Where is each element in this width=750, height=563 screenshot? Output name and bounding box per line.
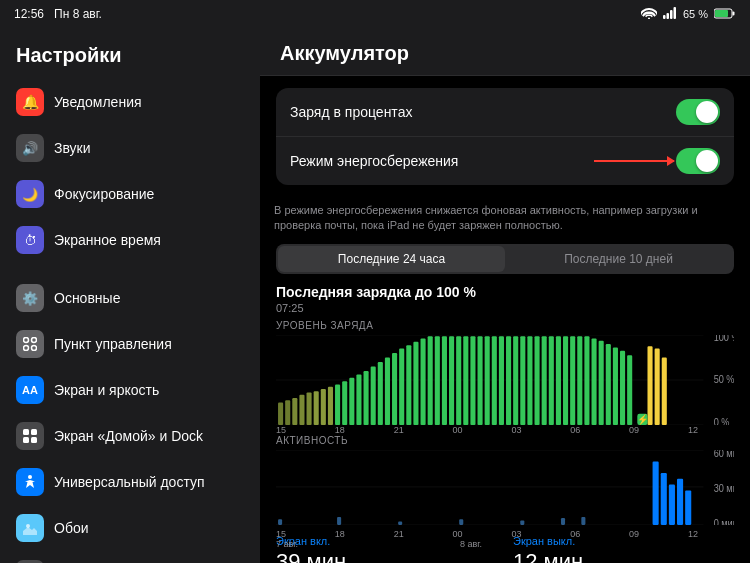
battery-settings-block: Заряд в процентах Режим энергосбережения xyxy=(276,88,734,185)
svg-rect-60 xyxy=(513,336,518,425)
wifi-icon xyxy=(641,7,657,21)
battery-level-section: Последняя зарядка до 100 % 07:25 УРОВЕНЬ… xyxy=(276,284,734,425)
svg-rect-53 xyxy=(463,336,468,425)
svg-rect-11 xyxy=(23,429,29,435)
svg-rect-74 xyxy=(613,347,618,425)
home-screen-icon xyxy=(16,422,44,450)
svg-rect-48 xyxy=(428,336,433,425)
svg-rect-76 xyxy=(627,355,632,425)
sidebar-item-siri[interactable]: S Siri и Поиск xyxy=(4,551,256,563)
svg-rect-56 xyxy=(485,336,490,425)
svg-rect-51 xyxy=(449,336,454,425)
battery-percent-label: Заряд в процентах xyxy=(290,104,412,120)
svg-text:60 мин: 60 мин xyxy=(714,450,734,459)
chart-tabs: Последние 24 часа Последние 10 дней xyxy=(276,244,734,274)
status-time-date: 12:56 Пн 8 авг. xyxy=(14,7,102,21)
signal-icon xyxy=(663,7,677,21)
svg-rect-78 xyxy=(655,348,660,425)
sidebar-item-screen-time[interactable]: ⏱ Экранное время xyxy=(4,217,256,263)
svg-rect-3 xyxy=(673,7,676,19)
sidebar-item-display[interactable]: AA Экран и яркость xyxy=(4,367,256,413)
accessibility-icon xyxy=(16,468,44,496)
svg-rect-95 xyxy=(653,461,659,524)
activity-date-labels: 7 авг. 8 авг. xyxy=(276,539,698,549)
svg-rect-59 xyxy=(506,336,511,425)
svg-rect-89 xyxy=(337,517,341,525)
svg-rect-64 xyxy=(542,336,547,425)
sidebar-item-general[interactable]: ⚙️ Основные xyxy=(4,275,256,321)
svg-rect-92 xyxy=(520,520,524,525)
battery-chart-svg: ⚡ 100 % 50 % 0 % xyxy=(276,335,734,425)
svg-rect-99 xyxy=(685,490,691,525)
toggle-knob xyxy=(696,101,718,123)
svg-rect-31 xyxy=(307,392,312,425)
sidebar-item-sounds[interactable]: 🔊 Звуки xyxy=(4,125,256,171)
svg-rect-63 xyxy=(535,336,540,425)
content-title: Аккумулятор xyxy=(260,28,750,76)
activity-section: АКТИВНОСТЬ xyxy=(276,435,734,525)
svg-rect-34 xyxy=(328,387,333,425)
focus-icon: 🌙 xyxy=(16,180,44,208)
svg-rect-33 xyxy=(321,389,326,425)
svg-rect-94 xyxy=(581,517,585,525)
svg-rect-79 xyxy=(662,357,667,425)
sidebar-item-focus[interactable]: 🌙 Фокусирование xyxy=(4,171,256,217)
sidebar-item-control-center[interactable]: Пункт управления xyxy=(4,321,256,367)
sidebar-title: Настройки xyxy=(0,36,260,79)
svg-point-8 xyxy=(32,338,37,343)
svg-rect-40 xyxy=(371,366,376,425)
low-power-description: В режиме энергосбережения снижается фоно… xyxy=(260,197,750,244)
low-power-row: Режим энергосбережения xyxy=(276,137,734,185)
svg-rect-30 xyxy=(299,394,304,424)
svg-rect-35 xyxy=(335,384,340,425)
svg-rect-55 xyxy=(478,336,483,425)
svg-rect-46 xyxy=(413,342,418,425)
svg-point-9 xyxy=(24,346,29,351)
svg-text:50 %: 50 % xyxy=(714,374,734,386)
activity-chart-label: АКТИВНОСТЬ xyxy=(276,435,734,446)
svg-rect-39 xyxy=(364,371,369,425)
sidebar-section-top: 🔔 Уведомления 🔊 Звуки 🌙 Фокусирование ⏱ … xyxy=(0,79,260,263)
tab-10d[interactable]: Последние 10 дней xyxy=(505,246,732,272)
svg-rect-65 xyxy=(549,336,554,425)
low-power-label: Режим энергосбережения xyxy=(290,153,458,169)
activity-x-labels: 15 18 21 00 03 06 09 12 xyxy=(276,529,698,539)
main-layout: Настройки 🔔 Уведомления 🔊 Звуки 🌙 Фокуси… xyxy=(0,28,750,563)
svg-rect-38 xyxy=(356,374,361,425)
svg-rect-71 xyxy=(592,338,597,425)
tab-24h[interactable]: Последние 24 часа xyxy=(278,246,505,272)
svg-rect-0 xyxy=(663,15,666,19)
svg-rect-47 xyxy=(421,338,426,425)
display-icon: AA xyxy=(16,376,44,404)
control-center-icon xyxy=(16,330,44,358)
sidebar-item-notifications[interactable]: 🔔 Уведомления xyxy=(4,79,256,125)
screen-on-value: 39 мин xyxy=(276,549,497,563)
svg-text:100 %: 100 % xyxy=(714,335,734,343)
svg-rect-96 xyxy=(661,473,667,525)
low-power-toggle[interactable] xyxy=(676,148,720,174)
wallpaper-icon xyxy=(16,514,44,542)
svg-rect-27 xyxy=(278,402,283,425)
sidebar-item-wallpaper[interactable]: Обои xyxy=(4,505,256,551)
svg-rect-91 xyxy=(459,519,463,525)
arrow-line xyxy=(594,160,674,162)
battery-chart-container: ⚡ 100 % 50 % 0 % 15 18 21 00 03 06 09 12 xyxy=(276,335,734,425)
sidebar-item-home-screen[interactable]: Экран «Домой» и Dock xyxy=(4,413,256,459)
svg-rect-5 xyxy=(733,11,735,15)
battery-percent-toggle[interactable] xyxy=(676,99,720,125)
svg-text:30 мин: 30 мин xyxy=(714,482,734,494)
svg-rect-50 xyxy=(442,336,447,425)
svg-rect-90 xyxy=(398,521,402,524)
svg-rect-36 xyxy=(342,381,347,425)
svg-rect-77 xyxy=(647,346,652,425)
status-icons: 65 % xyxy=(641,7,736,21)
svg-rect-14 xyxy=(31,437,37,443)
svg-rect-41 xyxy=(378,362,383,425)
svg-rect-54 xyxy=(470,336,475,425)
svg-rect-57 xyxy=(492,336,497,425)
svg-text:⚡: ⚡ xyxy=(637,413,649,425)
sidebar-item-accessibility[interactable]: Универсальный доступ xyxy=(4,459,256,505)
svg-rect-37 xyxy=(349,378,354,425)
svg-rect-88 xyxy=(278,519,282,525)
svg-rect-6 xyxy=(715,10,728,17)
